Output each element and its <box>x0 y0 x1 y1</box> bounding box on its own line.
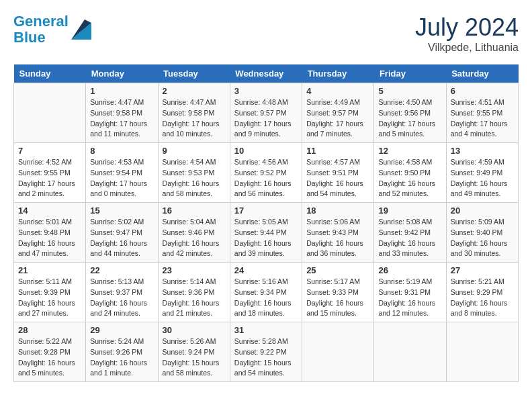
calendar-cell: 26Sunrise: 5:19 AMSunset: 9:31 PMDayligh… <box>374 263 446 322</box>
calendar-cell: 3Sunrise: 4:48 AMSunset: 9:57 PMDaylight… <box>230 83 302 143</box>
day-info: Sunrise: 4:49 AMSunset: 9:57 PMDaylight:… <box>306 97 369 140</box>
day-number: 29 <box>90 325 153 335</box>
calendar-header: SundayMondayTuesdayWednesdayThursdayFrid… <box>14 64 519 83</box>
day-number: 13 <box>451 146 514 156</box>
day-number: 30 <box>163 325 226 335</box>
calendar-cell: 14Sunrise: 5:01 AMSunset: 9:48 PMDayligh… <box>14 203 86 263</box>
day-info: Sunrise: 5:02 AMSunset: 9:47 PMDaylight:… <box>90 217 153 259</box>
logo-line2: Blue <box>13 29 46 46</box>
day-number: 3 <box>234 86 298 96</box>
week-row-4: 21Sunrise: 5:11 AMSunset: 9:39 PMDayligh… <box>14 263 519 322</box>
logo-line1: General <box>13 13 69 30</box>
calendar-cell: 29Sunrise: 5:24 AMSunset: 9:26 PMDayligh… <box>86 322 158 382</box>
day-info: Sunrise: 4:56 AMSunset: 9:52 PMDaylight:… <box>234 157 298 199</box>
day-info: Sunrise: 4:47 AMSunset: 9:58 PMDaylight:… <box>90 97 153 140</box>
calendar-cell: 6Sunrise: 4:51 AMSunset: 9:55 PMDaylight… <box>446 83 518 143</box>
day-number: 4 <box>306 86 369 96</box>
day-info: Sunrise: 5:26 AMSunset: 9:24 PMDaylight:… <box>163 336 226 379</box>
calendar-cell: 11Sunrise: 4:57 AMSunset: 9:51 PMDayligh… <box>302 143 374 203</box>
day-number: 1 <box>90 86 153 96</box>
calendar-cell: 5Sunrise: 4:50 AMSunset: 9:56 PMDaylight… <box>374 83 446 143</box>
day-info: Sunrise: 4:54 AMSunset: 9:53 PMDaylight:… <box>163 157 226 199</box>
day-info: Sunrise: 4:58 AMSunset: 9:50 PMDaylight:… <box>378 157 441 199</box>
day-info: Sunrise: 5:04 AMSunset: 9:46 PMDaylight:… <box>163 217 226 259</box>
day-number: 19 <box>378 205 441 216</box>
day-info: Sunrise: 4:57 AMSunset: 9:51 PMDaylight:… <box>306 157 369 199</box>
day-info: Sunrise: 5:11 AMSunset: 9:39 PMDaylight:… <box>18 277 81 319</box>
day-number: 14 <box>18 205 81 216</box>
week-row-5: 28Sunrise: 5:22 AMSunset: 9:28 PMDayligh… <box>14 322 519 382</box>
day-number: 22 <box>90 265 153 275</box>
day-number: 15 <box>90 205 153 216</box>
day-number: 17 <box>234 205 298 216</box>
day-number: 27 <box>451 265 514 275</box>
day-number: 31 <box>234 325 298 335</box>
day-info: Sunrise: 5:08 AMSunset: 9:42 PMDaylight:… <box>378 217 441 259</box>
calendar-cell <box>446 322 518 382</box>
header-cell-thursday: Thursday <box>302 64 374 83</box>
day-info: Sunrise: 5:01 AMSunset: 9:48 PMDaylight:… <box>18 217 81 259</box>
day-info: Sunrise: 4:52 AMSunset: 9:55 PMDaylight:… <box>18 157 81 199</box>
calendar-cell: 25Sunrise: 5:17 AMSunset: 9:33 PMDayligh… <box>302 263 374 322</box>
calendar-cell: 22Sunrise: 5:13 AMSunset: 9:37 PMDayligh… <box>86 263 158 322</box>
calendar-cell: 8Sunrise: 4:53 AMSunset: 9:54 PMDaylight… <box>86 143 158 203</box>
day-info: Sunrise: 5:06 AMSunset: 9:43 PMDaylight:… <box>306 217 369 259</box>
day-number: 16 <box>163 205 226 216</box>
header-cell-tuesday: Tuesday <box>158 64 230 83</box>
calendar-cell: 19Sunrise: 5:08 AMSunset: 9:42 PMDayligh… <box>374 203 446 263</box>
day-number: 21 <box>18 265 81 275</box>
header-cell-friday: Friday <box>374 64 446 83</box>
calendar-cell: 4Sunrise: 4:49 AMSunset: 9:57 PMDaylight… <box>302 83 374 143</box>
page-header: General Blue July 2024 Vilkpede, Lithuan… <box>13 13 519 54</box>
calendar-cell: 12Sunrise: 4:58 AMSunset: 9:50 PMDayligh… <box>374 143 446 203</box>
day-info: Sunrise: 5:17 AMSunset: 9:33 PMDaylight:… <box>306 277 369 319</box>
calendar-cell: 31Sunrise: 5:28 AMSunset: 9:22 PMDayligh… <box>230 322 302 382</box>
day-info: Sunrise: 5:05 AMSunset: 9:44 PMDaylight:… <box>234 217 298 259</box>
title-block: July 2024 Vilkpede, Lithuania <box>415 13 519 54</box>
day-info: Sunrise: 4:47 AMSunset: 9:58 PMDaylight:… <box>163 97 226 140</box>
day-number: 12 <box>378 146 441 156</box>
calendar-cell <box>302 322 374 382</box>
day-info: Sunrise: 5:24 AMSunset: 9:26 PMDaylight:… <box>90 336 153 379</box>
header-cell-wednesday: Wednesday <box>230 64 302 83</box>
day-number: 23 <box>163 265 226 275</box>
day-number: 9 <box>163 146 226 156</box>
day-number: 8 <box>90 146 153 156</box>
week-row-1: 1Sunrise: 4:47 AMSunset: 9:58 PMDaylight… <box>14 83 519 143</box>
calendar-cell: 24Sunrise: 5:16 AMSunset: 9:34 PMDayligh… <box>230 263 302 322</box>
day-info: Sunrise: 4:59 AMSunset: 9:49 PMDaylight:… <box>451 157 514 199</box>
week-row-2: 7Sunrise: 4:52 AMSunset: 9:55 PMDaylight… <box>14 143 519 203</box>
calendar-cell: 2Sunrise: 4:47 AMSunset: 9:58 PMDaylight… <box>158 83 230 143</box>
day-info: Sunrise: 5:28 AMSunset: 9:22 PMDaylight:… <box>234 336 298 379</box>
day-info: Sunrise: 5:21 AMSunset: 9:29 PMDaylight:… <box>451 277 514 319</box>
calendar-cell: 27Sunrise: 5:21 AMSunset: 9:29 PMDayligh… <box>446 263 518 322</box>
calendar-cell: 1Sunrise: 4:47 AMSunset: 9:58 PMDaylight… <box>86 83 158 143</box>
day-info: Sunrise: 5:22 AMSunset: 9:28 PMDaylight:… <box>18 336 81 379</box>
calendar-cell: 20Sunrise: 5:09 AMSunset: 9:40 PMDayligh… <box>446 203 518 263</box>
day-info: Sunrise: 4:51 AMSunset: 9:55 PMDaylight:… <box>451 97 514 140</box>
day-number: 7 <box>18 146 81 156</box>
calendar-cell: 30Sunrise: 5:26 AMSunset: 9:24 PMDayligh… <box>158 322 230 382</box>
day-number: 18 <box>306 205 369 216</box>
day-number: 24 <box>234 265 298 275</box>
calendar-cell <box>374 322 446 382</box>
calendar-cell <box>14 83 86 143</box>
day-number: 25 <box>306 265 369 275</box>
day-info: Sunrise: 4:50 AMSunset: 9:56 PMDaylight:… <box>378 97 441 140</box>
day-info: Sunrise: 5:09 AMSunset: 9:40 PMDaylight:… <box>451 217 514 259</box>
day-number: 28 <box>18 325 81 335</box>
day-info: Sunrise: 4:53 AMSunset: 9:54 PMDaylight:… <box>90 157 153 199</box>
calendar-table: SundayMondayTuesdayWednesdayThursdayFrid… <box>13 64 519 382</box>
location-title: Vilkpede, Lithuania <box>415 42 519 54</box>
calendar-cell: 15Sunrise: 5:02 AMSunset: 9:47 PMDayligh… <box>86 203 158 263</box>
calendar-cell: 16Sunrise: 5:04 AMSunset: 9:46 PMDayligh… <box>158 203 230 263</box>
day-number: 26 <box>378 265 441 275</box>
calendar-cell: 18Sunrise: 5:06 AMSunset: 9:43 PMDayligh… <box>302 203 374 263</box>
day-number: 5 <box>378 86 441 96</box>
month-year-title: July 2024 <box>415 13 519 42</box>
calendar-body: 1Sunrise: 4:47 AMSunset: 9:58 PMDaylight… <box>14 83 519 382</box>
week-row-3: 14Sunrise: 5:01 AMSunset: 9:48 PMDayligh… <box>14 203 519 263</box>
calendar-cell: 7Sunrise: 4:52 AMSunset: 9:55 PMDaylight… <box>14 143 86 203</box>
calendar-cell: 28Sunrise: 5:22 AMSunset: 9:28 PMDayligh… <box>14 322 86 382</box>
day-number: 6 <box>451 86 514 96</box>
